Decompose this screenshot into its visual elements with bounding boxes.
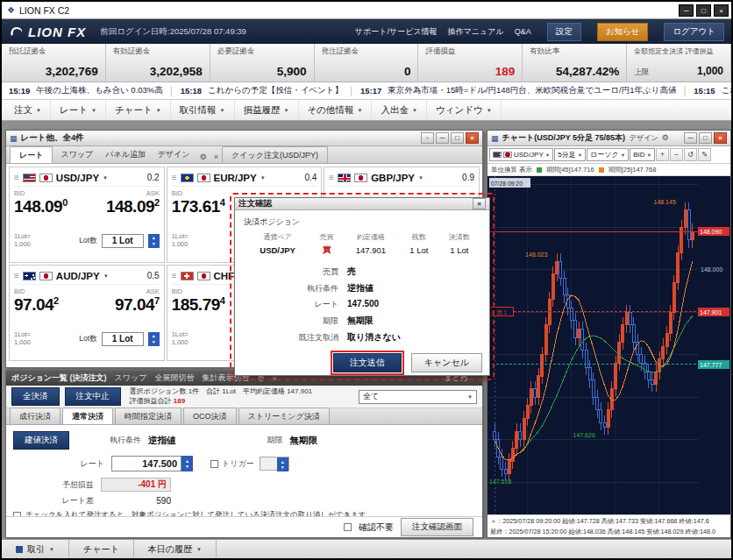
swap-link[interactable]: スワップ <box>54 146 99 163</box>
menu-trade-info[interactable]: 取引情報▼ <box>171 100 235 120</box>
drag-handle-icon[interactable]: ≡ <box>329 173 334 182</box>
cancel-order-button[interactable]: 注文中止 <box>65 387 121 406</box>
bid-price: 185.79 <box>172 295 220 314</box>
tab-time-close[interactable]: 時間指定決済 <box>115 408 181 424</box>
cancel-button[interactable]: キャンセル <box>411 353 482 372</box>
expiry-value[interactable]: 無期限 <box>290 435 318 447</box>
drag-handle-icon[interactable]: ≡ <box>14 173 19 182</box>
chevron-down-icon[interactable]: ▼ <box>103 175 108 181</box>
menu-chart[interactable]: チャート▼ <box>106 100 171 120</box>
tab-rate[interactable]: レート <box>10 146 53 163</box>
link-support[interactable]: サポート/サービス情報 <box>355 26 438 38</box>
unit-conversion-label[interactable]: 単位換算 表示 <box>491 166 532 174</box>
rate-input[interactable]: 147.500 <box>111 456 181 471</box>
position-filter-select[interactable]: 全て ▼ <box>359 390 477 404</box>
minimize-icon[interactable]: ─ <box>684 132 697 144</box>
task-trade[interactable]: 取引 ▼ <box>2 540 69 558</box>
zoom-in-icon[interactable]: + <box>656 148 669 161</box>
chart-canvas[interactable]: 148.090147.901P 買 1147.777148.000148.023… <box>487 176 730 514</box>
tab-oco-close[interactable]: OCO決済 <box>183 408 237 424</box>
close-all-button[interactable]: 全決済 <box>11 387 60 406</box>
dialog-titlebar[interactable]: 注文確認 × <box>235 198 489 210</box>
drag-handle-icon[interactable]: ≡ <box>14 271 19 280</box>
lot-input[interactable]: 1 Lot <box>102 332 144 346</box>
menu-order[interactable]: 注文▼ <box>5 100 51 120</box>
link-manual[interactable]: 操作マニュアル <box>448 26 504 38</box>
close-icon[interactable]: × <box>473 198 486 209</box>
close-icon[interactable]: × <box>210 152 222 163</box>
tab-quick-order[interactable]: クイック注文(USD/JPY) <box>222 146 328 163</box>
task-today-history[interactable]: 本日の履歴 ▼ <box>134 540 217 558</box>
no-confirm-checkbox[interactable] <box>344 523 352 531</box>
add-panel-link[interactable]: パネル追加 <box>99 146 152 163</box>
trigger-checkbox[interactable] <box>210 460 218 468</box>
ask-panel[interactable]: ASK 148.092 <box>87 189 160 230</box>
maximize-icon[interactable]: □ <box>696 4 711 17</box>
design-link[interactable]: デザイン <box>630 133 658 143</box>
design-link[interactable]: デザイン <box>152 146 196 163</box>
minimize-icon[interactable]: ─ <box>679 4 694 17</box>
refresh-icon[interactable]: ↺ <box>684 148 697 161</box>
ask-panel[interactable]: ASK 97.047 <box>87 287 160 329</box>
order-confirm-screen-button[interactable]: 注文確認画面 <box>401 518 473 536</box>
close-icon[interactable]: × <box>714 132 727 144</box>
minimize-icon[interactable]: ─ <box>436 132 449 144</box>
chart-pair-select[interactable]: USD/JPY ▼ <box>489 148 553 161</box>
close-icon[interactable]: × <box>714 4 729 17</box>
rate-stepper[interactable]: ▲▼ <box>181 456 193 471</box>
chart-timeframe-select[interactable]: 5分足▼ <box>554 148 586 161</box>
chevron-down-icon: ▼ <box>36 108 41 113</box>
news-time: 15:15 <box>694 86 715 96</box>
drag-handle-icon[interactable]: ≡ <box>172 271 177 280</box>
account-required-margin: 必要証拠金 5,900 <box>210 44 315 82</box>
bid-panel[interactable]: BID 97.042 <box>14 287 87 329</box>
rate-label: レート <box>59 458 104 470</box>
draw-icon[interactable]: ✎ <box>698 148 711 161</box>
menu-other-info[interactable]: その他情報▼ <box>299 100 373 120</box>
tab-streaming-close[interactable]: ストリーミング決済 <box>238 408 330 424</box>
tab-market-close[interactable]: 成行決済 <box>10 408 60 424</box>
zoom-out-icon[interactable]: − <box>670 148 683 161</box>
lot-stepper[interactable]: ▲▼ <box>148 332 160 346</box>
chart-price-select[interactable]: BID▼ <box>630 148 655 161</box>
expand-toggle-link[interactable]: 全展開切替 <box>154 372 194 384</box>
breakeven-button[interactable]: 建値決済 <box>13 431 69 450</box>
link-qa[interactable]: Q&A <box>515 27 531 36</box>
task-chart[interactable]: チャート <box>69 540 134 558</box>
maximize-icon[interactable]: □ <box>699 132 712 144</box>
chart-window-titlebar[interactable]: ▦ チャート(USD/JPY 5分足 75/85本) デザイン ⚙ ─ □ × <box>487 131 730 146</box>
logout-button[interactable]: ログアウト <box>664 23 724 41</box>
bid-panel[interactable]: BID 148.090 <box>14 189 87 230</box>
chevron-down-icon[interactable]: ▼ <box>260 175 266 181</box>
close-icon[interactable]: × <box>466 132 479 144</box>
notice-button[interactable]: お知らせ <box>597 23 649 41</box>
menu-deposit[interactable]: 入出金▼ <box>372 100 426 120</box>
maximize-icon[interactable]: □ <box>451 132 464 144</box>
gear-icon[interactable]: ⚙ <box>196 152 210 163</box>
settings-button[interactable]: 設定 <box>547 23 581 41</box>
pair-name[interactable]: GBP/JPY <box>371 173 415 183</box>
chart-type-select[interactable]: ローソク▼ <box>587 148 629 161</box>
lot-stepper[interactable]: ▲▼ <box>148 234 160 248</box>
exec-condition-value[interactable]: 逆指値 <box>148 435 176 447</box>
trigger-stepper[interactable]: ▲▼ <box>260 457 289 471</box>
rate-window-titlebar[interactable]: ▦ レート他、全4件 ▫ ─ □ × <box>6 131 482 146</box>
gear-icon[interactable]: ⚙ <box>658 133 673 144</box>
menu-window[interactable]: ウィンドウ▼ <box>427 100 502 120</box>
swap-link[interactable]: スワップ <box>115 372 147 384</box>
close-position-table: 通貨ペア 売買 約定価格 残数 決済数 USD/JPY 買 147.901 1 … <box>244 231 480 258</box>
popout-icon[interactable]: ▫ <box>421 132 434 144</box>
menu-pl-history[interactable]: 損益履歴▼ <box>235 100 299 120</box>
drag-handle-icon[interactable]: ≡ <box>172 173 177 182</box>
chevron-down-icon[interactable]: ▼ <box>103 273 109 279</box>
pair-name[interactable]: EUR/JPY <box>214 173 257 183</box>
pair-name[interactable]: USD/JPY <box>56 173 99 183</box>
submit-order-button[interactable]: 注文送信 <box>333 353 402 372</box>
news-ticker[interactable]: 15:19 午後の上海株、もみ合い 0.03%高 │ 15:18 これからの予定… <box>2 82 731 100</box>
lot-input[interactable]: 1 Lot <box>102 234 144 248</box>
chevron-down-icon[interactable]: ▼ <box>418 175 423 181</box>
expected-pl-label: 予想損益 <box>48 479 94 491</box>
tab-normal-close[interactable]: 通常決済 <box>62 408 113 424</box>
pair-name[interactable]: AUD/JPY <box>56 271 100 281</box>
menu-rate[interactable]: レート▼ <box>51 100 106 120</box>
